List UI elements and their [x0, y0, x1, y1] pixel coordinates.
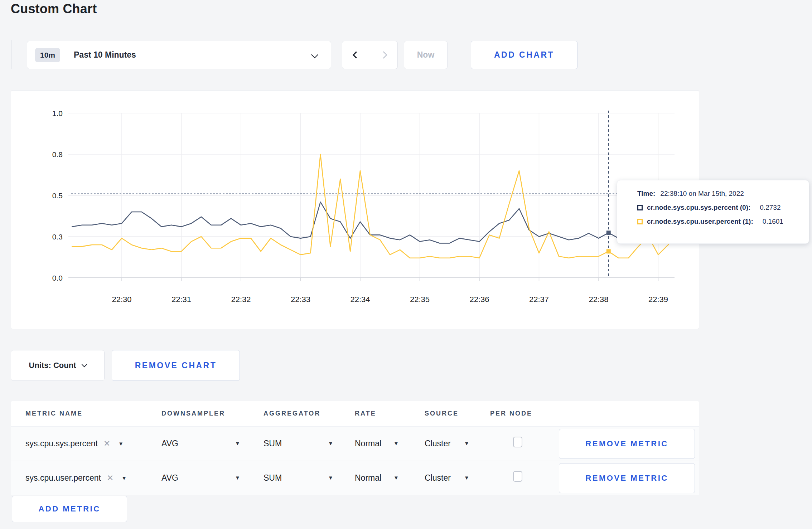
- per-node-checkbox[interactable]: [513, 471, 522, 482]
- y-axis-tick-label: 0.0: [52, 274, 63, 282]
- tooltip-user-value: 0.1601: [763, 218, 783, 225]
- clear-metric-icon[interactable]: ✕: [103, 439, 110, 448]
- aggregator-select[interactable]: SUM: [264, 473, 282, 483]
- time-nav-group: [342, 41, 398, 69]
- aggregator-select[interactable]: SUM: [264, 439, 282, 448]
- source-select[interactable]: Cluster: [425, 439, 451, 448]
- col-header-source: SOURCE: [425, 410, 459, 417]
- custom-chart-page: Custom Chart 10m Past 10 Minutes Now ADD…: [0, 0, 812, 529]
- x-axis-tick-label: 22:33: [291, 295, 310, 304]
- add-metric-button[interactable]: ADD METRIC: [12, 496, 127, 522]
- rate-select[interactable]: Normal: [355, 439, 381, 448]
- y-axis-tick-label: 0.8: [52, 150, 63, 159]
- chevron-down-icon: [311, 51, 318, 58]
- metric-dropdown-arrow-icon[interactable]: ▼: [121, 475, 127, 481]
- x-axis-tick-label: 22:39: [648, 295, 668, 304]
- col-header-metric-name: METRIC NAME: [25, 410, 83, 417]
- remove-chart-button[interactable]: REMOVE CHART: [112, 350, 240, 381]
- cpu-chart-canvas[interactable]: 1.00.80.50.30.022:3022:3122:3222:3322:34…: [11, 91, 700, 330]
- col-header-per-node: PER NODE: [490, 410, 532, 417]
- x-axis-tick-label: 22:36: [469, 295, 489, 304]
- user-series-swatch-icon: [637, 219, 643, 224]
- remove-metric-button[interactable]: REMOVE METRIC: [559, 463, 695, 493]
- source-select[interactable]: Cluster: [425, 473, 451, 483]
- x-axis-tick-label: 22:31: [171, 295, 191, 304]
- page-title: Custom Chart: [11, 1, 97, 16]
- tooltip-user-name: cr.node.sys.cpu.user.percent (1):: [647, 218, 753, 225]
- col-header-downsampler: DOWNSAMPLER: [161, 410, 225, 417]
- clear-metric-icon[interactable]: ✕: [107, 473, 113, 483]
- metric-name-dropdown[interactable]: sys.cpu.user.percent ✕ ▼: [25, 473, 127, 483]
- source-arrow-icon[interactable]: ▼: [464, 475, 469, 481]
- tooltip-time-label: Time:: [637, 190, 655, 198]
- time-range-badge: 10m: [35, 48, 60, 62]
- y-axis-tick-label: 0.5: [52, 191, 63, 200]
- hover-point-0: [606, 230, 611, 235]
- rate-arrow-icon[interactable]: ▼: [393, 440, 399, 446]
- units-label: Units: Count: [29, 361, 76, 370]
- time-range-dropdown[interactable]: 10m Past 10 Minutes: [27, 41, 331, 69]
- aggregator-arrow-icon[interactable]: ▼: [328, 475, 333, 481]
- downsampler-select[interactable]: AVG: [161, 439, 178, 448]
- metric-name-dropdown[interactable]: sys.cpu.sys.percent ✕ ▼: [25, 439, 124, 448]
- tooltip-sys-name: cr.node.sys.cpu.sys.percent (0):: [647, 204, 750, 212]
- col-header-aggregator: AGGREGATOR: [264, 410, 320, 417]
- x-axis-tick-label: 22:37: [529, 295, 549, 304]
- hover-point-1: [606, 249, 611, 253]
- aggregator-arrow-icon[interactable]: ▼: [328, 440, 333, 446]
- toolbar-divider: [11, 40, 11, 69]
- per-node-checkbox[interactable]: [513, 437, 522, 447]
- x-axis-tick-label: 22:34: [350, 295, 370, 304]
- chevron-left-icon: [352, 51, 360, 59]
- metric-name: sys.cpu.user.percent: [25, 473, 101, 483]
- rate-select[interactable]: Normal: [355, 473, 381, 483]
- time-range-label: Past 10 Minutes: [74, 50, 136, 60]
- table-row: sys.cpu.user.percent ✕ ▼ AVG ▼ SUM ▼ Nor…: [11, 461, 699, 495]
- metrics-table: METRIC NAME DOWNSAMPLER AGGREGATOR RATE …: [11, 401, 699, 495]
- remove-metric-button[interactable]: REMOVE METRIC: [559, 429, 695, 459]
- tooltip-series-row: cr.node.sys.cpu.sys.percent (0): 0.2732: [637, 204, 809, 212]
- add-chart-button[interactable]: ADD CHART: [471, 41, 577, 69]
- downsampler-select[interactable]: AVG: [161, 473, 178, 483]
- x-axis-tick-label: 22:38: [589, 295, 608, 304]
- y-axis-tick-label: 1.0: [52, 109, 63, 117]
- series-line-0: [72, 202, 674, 243]
- now-button[interactable]: Now: [404, 41, 448, 69]
- chart-card[interactable]: 1.00.80.50.30.022:3022:3122:3222:3322:34…: [11, 90, 699, 329]
- col-header-rate: RATE: [355, 410, 376, 417]
- tooltip-series-row: cr.node.sys.cpu.user.percent (1): 0.1601: [637, 218, 809, 225]
- tooltip-time-row: Time: 22:38:10 on Mar 15th, 2022: [637, 190, 809, 198]
- rate-arrow-icon[interactable]: ▼: [393, 475, 399, 481]
- x-axis-tick-label: 22:32: [231, 295, 251, 304]
- metric-dropdown-arrow-icon[interactable]: ▼: [118, 441, 124, 447]
- sys-series-swatch-icon: [637, 205, 643, 210]
- units-dropdown[interactable]: Units: Count: [11, 350, 105, 381]
- chevron-down-icon: [82, 361, 87, 367]
- metrics-table-header: METRIC NAME DOWNSAMPLER AGGREGATOR RATE …: [11, 401, 699, 426]
- chart-hover-tooltip: Time: 22:38:10 on Mar 15th, 2022 cr.node…: [617, 180, 809, 244]
- x-axis-tick-label: 22:30: [112, 295, 131, 304]
- tooltip-sys-value: 0.2732: [760, 204, 780, 212]
- source-arrow-icon[interactable]: ▼: [464, 440, 469, 446]
- x-axis-tick-label: 22:35: [410, 295, 430, 304]
- y-axis-tick-label: 0.3: [52, 233, 63, 241]
- metric-name: sys.cpu.sys.percent: [25, 439, 98, 448]
- downsampler-arrow-icon[interactable]: ▼: [235, 475, 240, 481]
- chevron-right-icon: [380, 51, 387, 59]
- tooltip-time-value: 22:38:10 on Mar 15th, 2022: [660, 190, 744, 198]
- table-row: sys.cpu.sys.percent ✕ ▼ AVG ▼ SUM ▼ Norm…: [11, 426, 699, 461]
- series-line-1: [72, 154, 674, 258]
- time-forward-button[interactable]: [370, 41, 398, 69]
- downsampler-arrow-icon[interactable]: ▼: [235, 440, 240, 446]
- time-back-button[interactable]: [342, 41, 370, 69]
